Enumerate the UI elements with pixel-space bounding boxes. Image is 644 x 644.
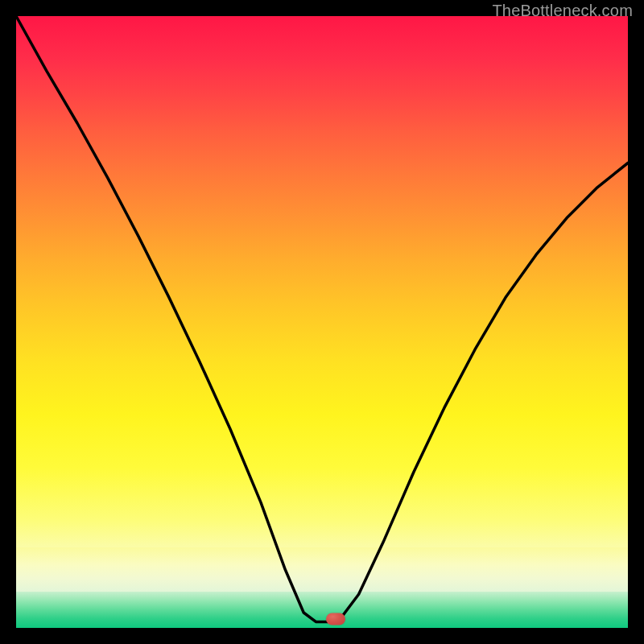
watermark-text: TheBottleneck.com <box>492 2 633 20</box>
chart-frame: TheBottleneck.com <box>0 0 644 644</box>
selected-point-marker <box>326 613 345 625</box>
plot-area <box>16 16 628 628</box>
bottleneck-curve <box>16 16 628 628</box>
